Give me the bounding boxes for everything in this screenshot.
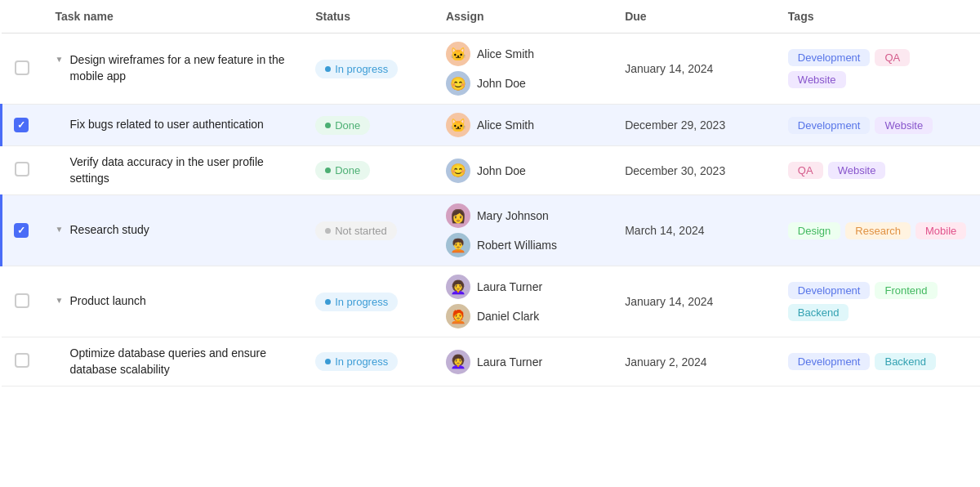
status-badge[interactable]: In progress	[315, 293, 398, 311]
row-assign-cell: 🐱Alice Smith	[433, 105, 612, 146]
tag-label[interactable]: Website	[828, 162, 886, 179]
status-dot	[325, 123, 331, 128]
status-dot	[325, 359, 331, 364]
row-checkbox-cell	[2, 105, 42, 146]
assignee-name: John Doe	[477, 164, 526, 177]
row-checkbox-cell	[2, 34, 42, 105]
tag-label[interactable]: Website	[788, 71, 846, 88]
row-task-name-cell: Fix bugs related to user authentication	[42, 105, 303, 146]
task-table: Task name Status Assign Due Tags ▼Design…	[0, 0, 980, 386]
tag-label[interactable]: Development	[788, 353, 871, 370]
row-status-cell: Not started	[302, 195, 433, 266]
row-task-name-cell: ▼Design wireframes for a new feature in …	[42, 34, 303, 105]
tag-label[interactable]: Backend	[875, 353, 936, 370]
assignee-name: Laura Turner	[477, 355, 542, 369]
avatar: 🧑‍🦰	[446, 304, 470, 328]
due-date-label: January 14, 2024	[625, 295, 713, 308]
status-dot	[325, 228, 331, 234]
tag-label[interactable]: QA	[788, 162, 823, 179]
avatar: 😊	[446, 71, 470, 96]
task-table-container: Task name Status Assign Due Tags ▼Design…	[0, 0, 980, 386]
table-row: ▼Research studyNot started👩Mary Johnson🧑…	[2, 195, 981, 266]
row-due-cell: December 29, 2023	[612, 105, 775, 146]
assignee-row: 😊John Doe	[446, 159, 599, 183]
task-name-label: Research study	[70, 222, 149, 239]
assignee-row: 👩‍🦱Laura Turner	[446, 350, 599, 374]
col-header-assign: Assign	[433, 0, 612, 34]
row-checkbox[interactable]	[15, 60, 29, 75]
avatar: 🧑‍🦱	[446, 233, 470, 257]
table-row: Optimize database queries and ensure dat…	[2, 337, 981, 386]
row-checkbox[interactable]	[15, 293, 29, 308]
table-row: ▼Design wireframes for a new feature in …	[2, 34, 981, 105]
row-assign-cell: 👩Mary Johnson🧑‍🦱Robert Williams	[433, 195, 612, 266]
row-tags-cell: QAWebsite	[775, 146, 980, 195]
avatar: 👩‍🦱	[446, 350, 470, 374]
row-task-name-cell: ▼Research study	[42, 195, 303, 266]
assignee-row: 🧑‍🦱Robert Williams	[446, 233, 599, 257]
status-label: Not started	[335, 225, 387, 237]
assignee-name: Robert Williams	[477, 239, 557, 252]
avatar: 👩	[446, 203, 470, 228]
row-tags-cell: DesignResearchMobile	[775, 195, 980, 266]
row-due-cell: January 14, 2024	[612, 34, 775, 105]
tag-label[interactable]: Development	[788, 282, 871, 299]
col-header-due: Due	[612, 0, 775, 34]
expand-icon[interactable]: ▼	[56, 55, 65, 64]
assignee-row: 🧑‍🦰Daniel Clark	[446, 304, 599, 328]
tag-label[interactable]: Frontend	[875, 282, 937, 299]
due-date-label: January 2, 2024	[625, 355, 706, 369]
assignee-row: 🐱Alice Smith	[446, 42, 599, 66]
tag-label[interactable]: Website	[875, 117, 933, 134]
row-checkbox[interactable]	[14, 223, 29, 238]
row-checkbox-cell	[2, 266, 42, 337]
row-tags-cell: DevelopmentBackend	[775, 337, 980, 386]
avatar: 👩‍🦱	[446, 275, 470, 299]
row-checkbox[interactable]	[14, 118, 29, 132]
task-name-label: Optimize database queries and ensure dat…	[70, 346, 290, 378]
assignee-row: 👩‍🦱Laura Turner	[446, 275, 599, 299]
status-label: In progress	[335, 355, 388, 368]
expand-icon[interactable]: ▼	[56, 296, 65, 305]
tag-label[interactable]: Mobile	[915, 222, 966, 239]
row-due-cell: January 14, 2024	[612, 266, 775, 337]
status-badge[interactable]: Done	[315, 161, 370, 180]
status-badge[interactable]: In progress	[315, 60, 398, 78]
row-task-name-cell: Optimize database queries and ensure dat…	[42, 337, 303, 386]
row-due-cell: January 2, 2024	[612, 337, 775, 386]
row-tags-cell: DevelopmentWebsite	[775, 105, 980, 146]
tag-label[interactable]: Backend	[788, 304, 849, 321]
row-checkbox[interactable]	[15, 162, 29, 176]
row-status-cell: In progress	[302, 266, 433, 337]
row-tags-cell: DevelopmentFrontendBackend	[775, 266, 980, 337]
tag-label[interactable]: Development	[788, 49, 871, 66]
assignee-name: Laura Turner	[477, 280, 542, 293]
row-due-cell: December 30, 2023	[612, 146, 775, 195]
task-name-label: Fix bugs related to user authentication	[70, 117, 264, 133]
row-task-name-cell: Verify data accuracy in the user profile…	[42, 146, 303, 195]
status-badge[interactable]: Not started	[315, 221, 397, 240]
task-name-label: Design wireframes for a new feature in t…	[70, 52, 290, 84]
due-date-label: March 14, 2024	[625, 224, 704, 237]
table-row: Fix bugs related to user authenticationD…	[2, 105, 981, 146]
row-status-cell: Done	[302, 105, 433, 146]
assignee-row: 👩Mary Johnson	[446, 203, 599, 228]
assignee-name: Alice Smith	[477, 47, 534, 60]
tag-label[interactable]: Design	[788, 222, 840, 239]
status-badge[interactable]: In progress	[315, 352, 398, 371]
avatar: 🐱	[446, 42, 470, 66]
assignee-name: John Doe	[477, 77, 526, 90]
status-badge[interactable]: Done	[315, 116, 370, 135]
tag-label[interactable]: Research	[845, 222, 911, 239]
tag-label[interactable]: Development	[788, 117, 871, 134]
row-status-cell: In progress	[302, 34, 433, 105]
row-due-cell: March 14, 2024	[612, 195, 775, 266]
task-name-label: Product launch	[70, 293, 146, 310]
expand-icon[interactable]: ▼	[56, 225, 65, 234]
row-checkbox-cell	[2, 146, 42, 195]
row-assign-cell: 👩‍🦱Laura Turner🧑‍🦰Daniel Clark	[433, 266, 612, 337]
row-checkbox[interactable]	[15, 353, 29, 368]
col-header-status: Status	[302, 0, 433, 34]
status-label: In progress	[335, 63, 388, 75]
tag-label[interactable]: QA	[875, 49, 910, 66]
